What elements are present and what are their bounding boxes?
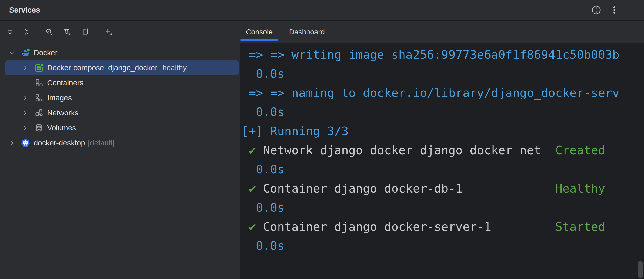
console-line: ✔ Container django_docker-server-1 Start… (242, 220, 605, 234)
console-text: => => writing image sha256:99773e6a0f1f8… (240, 43, 644, 255)
images-icon (34, 93, 44, 102)
chevron-icon[interactable] (20, 123, 30, 133)
locate-icon[interactable] (591, 5, 601, 15)
services-tree-panel: Docker Docker-compose: django_docker hea… (0, 21, 240, 279)
tree-row-label: Volumes (47, 124, 76, 132)
chevron-icon[interactable] (7, 138, 17, 148)
tab-label: Console (246, 28, 272, 36)
tab-dashboard[interactable]: Dashboard (283, 21, 330, 43)
add-service-to-new-group-icon[interactable] (80, 27, 90, 37)
tree-row-docker-compose-django-docker[interactable]: Docker-compose: django_docker healthy (6, 60, 239, 75)
chevron-icon[interactable] (20, 108, 30, 118)
tree-row-docker-desktop[interactable]: docker-desktop [default] (0, 135, 240, 150)
volumes-icon (34, 123, 44, 132)
services-tree: Docker Docker-compose: django_docker hea… (0, 43, 240, 150)
tree-toolbar (0, 21, 240, 43)
tree-row-images[interactable]: Images (0, 90, 240, 105)
tree-row-label: Networks (47, 109, 78, 117)
containers-icon (34, 78, 44, 87)
console-line: 0.0s (242, 239, 284, 253)
add-service-icon[interactable] (104, 27, 114, 37)
chevron-icon[interactable] (20, 78, 30, 88)
vertical-scrollbar[interactable] (638, 261, 643, 278)
docker-icon (21, 48, 30, 57)
expand-all-icon[interactable] (5, 27, 15, 37)
tree-row-label: docker-desktop (34, 139, 85, 147)
toolbar-separator (96, 27, 96, 36)
tool-window-header: Services (0, 0, 644, 21)
minimize-icon[interactable] (628, 5, 638, 15)
status-badge: healthy (162, 63, 186, 72)
compose-icon (34, 63, 44, 72)
active-tab-underline (240, 39, 278, 41)
tree-row-label: Docker-compose: django_docker (47, 63, 157, 72)
chevron-icon[interactable] (20, 63, 30, 73)
toolbar-separator (38, 27, 38, 36)
console-line: 0.0s (242, 201, 284, 214)
filter-icon[interactable] (62, 27, 72, 37)
console-line: ✔ Container django_docker-db-1 Healthy (242, 182, 605, 195)
tab-bar: ConsoleDashboard (240, 21, 644, 43)
view-options-icon[interactable] (44, 27, 54, 37)
tree-row-label: Docker (34, 48, 58, 57)
console-line: [+] Running 3/3 (242, 124, 349, 138)
tree-row-label: Containers (47, 78, 84, 87)
networks-icon (34, 108, 44, 117)
tab-console[interactable]: Console (240, 21, 278, 43)
tree-row-docker[interactable]: Docker (0, 45, 240, 60)
console-line: => => writing image sha256:99773e6a0f1f8… (242, 48, 620, 61)
console-line: 0.0s (242, 105, 284, 119)
page-title: Services (9, 6, 40, 14)
tree-row-label: Images (47, 93, 72, 102)
console-line: => => naming to docker.io/library/django… (242, 86, 620, 100)
tab-label: Dashboard (289, 28, 325, 36)
console-line: 0.0s (242, 163, 284, 176)
tree-row-networks[interactable]: Networks (0, 105, 240, 120)
tree-row-containers[interactable]: Containers (0, 75, 240, 90)
collapse-all-icon[interactable] (22, 27, 32, 37)
chevron-icon[interactable] (20, 93, 30, 103)
kubernetes-icon (21, 138, 30, 147)
default-context-label: [default] (88, 139, 114, 147)
console-line: ✔ Network django_docker_django_docker_ne… (242, 143, 605, 157)
chevron-icon[interactable] (7, 48, 17, 58)
console-output[interactable]: => => writing image sha256:99773e6a0f1f8… (240, 43, 644, 279)
header-actions (591, 0, 638, 20)
more-options-icon[interactable] (610, 5, 620, 15)
console-line: 0.0s (242, 67, 284, 81)
tree-row-volumes[interactable]: Volumes (0, 120, 240, 135)
